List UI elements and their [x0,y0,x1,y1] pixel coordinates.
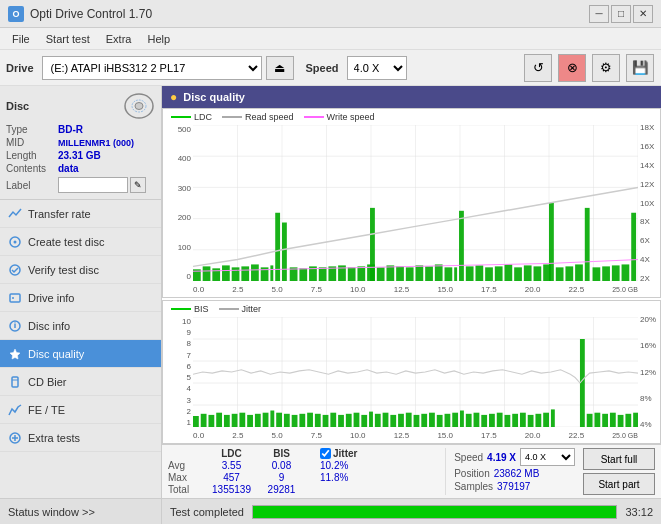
sidebar-item-cd-bier[interactable]: CD Bier [0,368,161,396]
menu-help[interactable]: Help [139,31,178,47]
svg-rect-57 [406,267,414,281]
sidebar-item-fe-te[interactable]: FE / TE [0,396,161,424]
length-value: 23.31 GB [58,150,101,161]
disc-panel: Disc Type BD-R MID MILLENMR1 (000) Leng [0,86,161,200]
svg-rect-109 [276,413,282,427]
max-ldc: 457 [204,472,259,483]
disc-type-row: Type BD-R [6,124,155,135]
y-label-100: 100 [178,243,191,252]
mid-label: MID [6,137,58,148]
svg-rect-36 [222,265,230,281]
svg-rect-110 [284,414,290,427]
svg-rect-71 [534,266,542,281]
sidebar-item-create-test-disc[interactable]: Create test disc [0,228,161,256]
sidebar-nav: Transfer rate Create test disc Verify te… [0,200,161,498]
lower-y-right-20: 20% [640,315,660,324]
x-label-100: 10.0 [350,285,366,294]
save-button[interactable]: 💾 [626,54,654,82]
avg-bis: 0.08 [259,460,304,471]
content-header: ● Disc quality [162,86,661,108]
sidebar-item-extra-tests[interactable]: Extra tests [0,424,161,452]
stats-section: LDC BIS Jitter Avg 3.55 0.08 10.2% [162,444,661,498]
svg-rect-43 [270,265,273,281]
sidebar-item-disc-info[interactable]: Disc info [0,312,161,340]
upper-chart-y-axis-right: 18X 16X 14X 12X 10X 8X 6X 4X 2X [638,123,660,283]
sidebar-item-disc-quality[interactable]: Disc quality [0,340,161,368]
status-window-button[interactable]: Status window >> [0,498,161,524]
start-part-button[interactable]: Start part [583,473,655,495]
disc-header: Disc [6,92,155,120]
svg-rect-61 [445,267,453,281]
extra-tests-label: Extra tests [28,432,80,444]
legend-write-speed-label: Write speed [327,112,375,122]
svg-rect-63 [454,267,457,281]
content-header-icon: ● [170,90,177,104]
fe-te-icon [8,403,22,417]
disc-icon [123,92,155,120]
eject-button[interactable]: ⏏ [266,56,294,80]
menu-file[interactable]: File [4,31,38,47]
menu-start-test[interactable]: Start test [38,31,98,47]
svg-rect-47 [319,267,327,281]
upper-chart-x-axis: 0.0 2.5 5.0 7.5 10.0 12.5 15.0 17.5 20.0… [193,281,638,297]
content-header-title: Disc quality [183,91,245,103]
label-label: Label [6,180,58,191]
svg-rect-130 [437,415,443,427]
disc-quality-icon [8,347,22,361]
label-edit-button[interactable]: ✎ [130,177,146,193]
x-label-225: 22.5 [569,285,585,294]
lower-chart-y-axis-left: 10 9 8 7 6 5 4 3 2 1 [163,317,193,427]
lower-chart: BIS Jitter 10 9 8 7 6 5 4 3 2 1 [162,300,661,444]
stats-avg-row: Avg 3.55 0.08 10.2% [168,460,445,471]
speed-select[interactable]: 4.0 X [347,56,407,80]
position-val: 23862 MB [494,468,540,479]
sidebar-item-verify-test-disc[interactable]: Verify test disc [0,256,161,284]
legend-bis: BIS [171,304,209,314]
speed-row: Speed 4.19 X 4.0 X [454,448,575,466]
upper-chart: LDC Read speed Write speed 500 400 300 2… [162,108,661,298]
label-input[interactable] [58,177,128,193]
svg-rect-134 [466,414,472,427]
erase-button[interactable]: ⊗ [558,54,586,82]
minimize-button[interactable]: ─ [589,5,609,23]
x-label-150: 15.0 [437,285,453,294]
speed-select[interactable]: 4.0 X [520,448,575,466]
svg-rect-137 [489,414,495,427]
sidebar-item-transfer-rate[interactable]: Transfer rate [0,200,161,228]
svg-rect-78 [593,267,601,281]
svg-rect-133 [460,411,464,428]
svg-rect-123 [383,413,389,427]
sidebar-item-drive-info[interactable]: Drive info [0,284,161,312]
drive-select[interactable]: (E:) ATAPI iHBS312 2 PL17 [42,56,262,80]
bottom-status-bar: Test completed 33:12 [162,498,661,524]
svg-rect-120 [361,415,367,427]
stats-row-spacer [168,448,204,459]
lower-y-4: 4 [187,384,191,393]
svg-rect-132 [452,413,458,427]
transfer-rate-icon [8,207,22,221]
lower-x-50: 5.0 [272,431,283,440]
progress-fill [253,506,616,518]
disc-info-icon [8,319,22,333]
lower-x-100: 10.0 [350,431,366,440]
svg-rect-107 [263,413,269,427]
start-full-button[interactable]: Start full [583,448,655,470]
sidebar: Disc Type BD-R MID MILLENMR1 (000) Leng [0,86,162,524]
svg-rect-104 [239,413,245,427]
svg-point-10 [14,322,15,323]
refresh-button[interactable]: ↺ [524,54,552,82]
svg-rect-79 [602,266,610,281]
svg-rect-122 [375,414,381,427]
menu-extra[interactable]: Extra [98,31,140,47]
jitter-checkbox[interactable] [320,448,331,459]
settings-button[interactable]: ⚙ [592,54,620,82]
maximize-button[interactable]: □ [611,5,631,23]
drive-info-icon [8,291,22,305]
svg-rect-138 [497,413,503,427]
samples-row: Samples 379197 [454,481,530,492]
toolbar: Drive (E:) ATAPI iHBS312 2 PL17 ⏏ Speed … [0,50,661,86]
y-label-500: 500 [178,125,191,134]
lower-x-125: 12.5 [394,431,410,440]
close-button[interactable]: ✕ [633,5,653,23]
disc-quality-label: Disc quality [28,348,84,360]
